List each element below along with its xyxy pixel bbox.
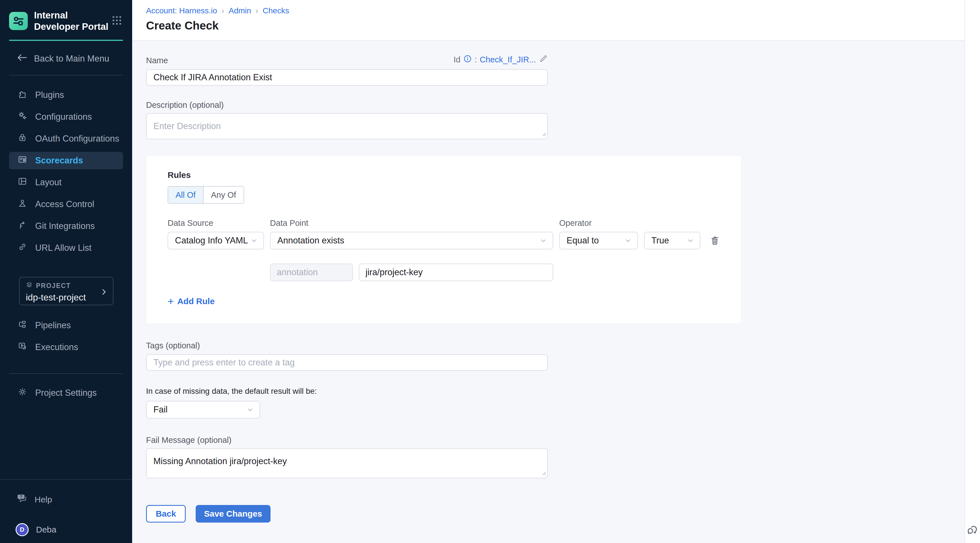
- sidebar-footer: ? Help D Deba: [0, 479, 132, 543]
- sidebar-item-plugins[interactable]: Plugins: [9, 86, 123, 104]
- chevron-right-icon: [100, 288, 108, 297]
- project-name: idp-test-project: [26, 292, 108, 303]
- id-label: Id: [454, 55, 460, 64]
- user-menu[interactable]: D Deba: [0, 523, 132, 536]
- trash-icon: [709, 235, 721, 247]
- name-label: Name: [146, 56, 168, 65]
- arrow-left-icon: [17, 53, 27, 64]
- puzzle-icon: [18, 89, 27, 101]
- data-point-label: Data Point: [270, 218, 553, 228]
- app-title: Internal Developer Portal: [34, 10, 112, 32]
- chevron-down-icon: [539, 237, 547, 244]
- sidebar-item-label: URL Allow List: [35, 243, 92, 253]
- sidebar-item-label: Plugins: [35, 90, 64, 100]
- fail-message-textarea[interactable]: Missing Annotation jira/project-key: [146, 448, 548, 478]
- tags-label: Tags (optional): [146, 341, 964, 350]
- data-point-select[interactable]: Annotation exists: [270, 232, 553, 249]
- plus-icon: +: [168, 297, 174, 306]
- operator-label: Operator: [559, 218, 638, 228]
- sidebar-item-label: Project Settings: [35, 388, 97, 398]
- executions-icon: [18, 341, 27, 353]
- add-rule-button[interactable]: + Add Rule: [168, 296, 215, 306]
- sidebar-item-label: Executions: [35, 342, 78, 352]
- breadcrumb-admin[interactable]: Admin: [229, 6, 251, 15]
- data-source-label: Data Source: [168, 218, 264, 228]
- create-check-form: Name Id : Check_If_JIR...: [132, 41, 964, 543]
- delete-rule-button[interactable]: [706, 232, 723, 249]
- user-name: Deba: [36, 525, 56, 535]
- page-header: Account: Harness.io › Admin › Checks Cre…: [132, 0, 964, 41]
- breadcrumb-checks[interactable]: Checks: [262, 6, 289, 15]
- annotation-value-input[interactable]: [359, 264, 553, 281]
- edit-pencil-icon[interactable]: [539, 54, 548, 65]
- fail-message-label: Fail Message (optional): [146, 435, 964, 445]
- sidebar: Internal Developer Portal Back to Main M…: [0, 0, 132, 543]
- operator-value-select[interactable]: True: [644, 232, 700, 249]
- chevron-down-icon: [624, 237, 632, 244]
- add-rule-label: Add Rule: [177, 296, 215, 306]
- annotation-key-input[interactable]: [270, 264, 353, 281]
- sidebar-item-access-control[interactable]: Access Control: [9, 196, 123, 213]
- git-branch-icon: [18, 220, 27, 232]
- sidebar-divider: [9, 373, 123, 374]
- resize-grip-icon[interactable]: [541, 131, 546, 138]
- resize-grip-icon[interactable]: [541, 470, 546, 477]
- sidebar-item-git-integrations[interactable]: Git Integrations: [9, 217, 123, 235]
- admin-nav: Plugins Configurations OAut: [0, 86, 132, 261]
- svg-text:?: ?: [20, 495, 22, 499]
- brand-row: Internal Developer Portal: [0, 0, 132, 32]
- id-value-link[interactable]: Check_If_JIR...: [480, 55, 536, 64]
- project-label: PROJECT: [36, 282, 71, 290]
- missing-data-label: In case of missing data, the default res…: [146, 387, 964, 396]
- support-chat-icon[interactable]: [966, 523, 980, 538]
- check-name-input[interactable]: [146, 69, 548, 86]
- sidebar-item-configurations[interactable]: Configurations: [9, 108, 123, 126]
- page-title: Create Check: [146, 19, 964, 32]
- layout-icon: [18, 177, 27, 188]
- sidebar-item-pipelines[interactable]: Pipelines: [9, 317, 123, 334]
- chevron-down-icon: [687, 237, 694, 244]
- chevron-down-icon: [250, 237, 258, 244]
- project-selector[interactable]: PROJECT idp-test-project: [19, 277, 113, 305]
- sidebar-item-label: Access Control: [35, 199, 94, 209]
- operator-select[interactable]: Equal to: [559, 232, 638, 249]
- save-changes-button[interactable]: Save Changes: [196, 505, 270, 522]
- toggle-all-of[interactable]: All Of: [168, 187, 204, 203]
- id-colon: :: [475, 55, 477, 64]
- sidebar-divider: [9, 75, 123, 75]
- sidebar-item-label: Scorecards: [35, 156, 83, 166]
- back-button[interactable]: Back: [146, 505, 186, 522]
- default-result-select[interactable]: Fail: [146, 401, 260, 419]
- data-source-select[interactable]: Catalog Info YAML: [168, 232, 264, 249]
- tags-input[interactable]: [146, 354, 548, 371]
- sidebar-item-scorecards[interactable]: Scorecards: [9, 152, 123, 169]
- sidebar-item-layout[interactable]: Layout: [9, 174, 123, 191]
- sidebar-item-executions[interactable]: Executions: [9, 338, 123, 356]
- toggle-any-of[interactable]: Any Of: [204, 187, 243, 203]
- idp-logo: [9, 12, 28, 30]
- help-button[interactable]: ? Help: [0, 494, 132, 506]
- help-label: Help: [35, 495, 52, 505]
- sidebar-item-label: Configurations: [35, 112, 92, 122]
- app-switcher-grid-icon[interactable]: [112, 15, 122, 27]
- link-icon: [18, 242, 27, 254]
- gears-icon: [18, 111, 27, 123]
- rules-label: Rules: [168, 170, 720, 180]
- sidebar-item-project-settings[interactable]: Project Settings: [9, 384, 123, 402]
- sidebar-item-url-allow-list[interactable]: URL Allow List: [9, 239, 123, 257]
- main-area: Account: Harness.io › Admin › Checks Cre…: [132, 0, 964, 543]
- gear-icon: [18, 387, 27, 399]
- sidebar-item-label: OAuth Configurations: [35, 134, 119, 144]
- description-textarea[interactable]: [146, 113, 548, 139]
- back-to-main-menu-label: Back to Main Menu: [34, 54, 109, 64]
- chevron-down-icon: [247, 406, 254, 413]
- pipeline-icon: [18, 319, 27, 331]
- breadcrumb-account[interactable]: Account: Harness.io: [146, 6, 217, 15]
- help-chat-icon: ?: [17, 494, 28, 506]
- sidebar-item-oauth-configurations[interactable]: OAuth Configurations: [9, 130, 123, 148]
- sidebar-item-label: Layout: [35, 177, 62, 188]
- info-icon[interactable]: [463, 54, 472, 65]
- rule-row: Data Source Data Point Operator Catalog …: [168, 218, 720, 281]
- back-to-main-menu[interactable]: Back to Main Menu: [0, 53, 132, 64]
- chevron-separator-icon: ›: [222, 6, 224, 15]
